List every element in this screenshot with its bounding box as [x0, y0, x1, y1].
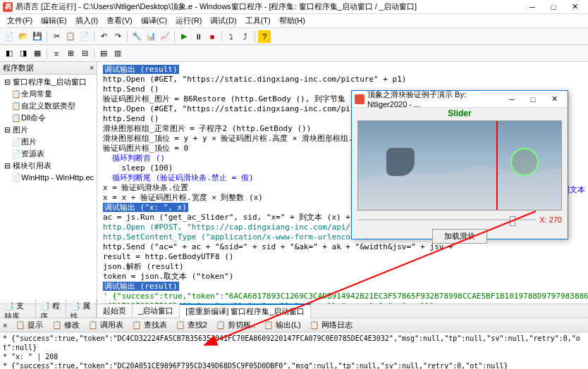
tree-icon: ⊟	[3, 125, 11, 135]
slider-handle[interactable]	[510, 216, 515, 226]
output-panel: × 📋 提示📋 修改📋 调用表📋 查找表📋 查找2📋 剪切板..📋 输出(L)📋…	[0, 318, 588, 369]
tree-label: 图片	[21, 137, 37, 147]
help-icon[interactable]: ?	[258, 30, 271, 43]
editor-tab[interactable]: _启动窗口	[133, 304, 180, 318]
code-line: '0D1712733BF513D48","msg":null,"tp":null…	[103, 301, 588, 304]
maximize-button[interactable]: □	[543, 1, 564, 13]
output-toolbar-button[interactable]: 📋 查找表	[129, 319, 170, 331]
copy-icon[interactable]: 📋	[64, 30, 77, 43]
undo-icon[interactable]: ↶	[97, 30, 110, 43]
tree-item[interactable]: 📋全局常量	[1, 88, 95, 100]
tool-icon[interactable]: ▤	[97, 47, 110, 60]
tree-icon: 📋	[11, 113, 20, 123]
minimize-button[interactable]: ─	[522, 1, 543, 13]
close-button[interactable]: ✕	[564, 1, 585, 13]
tree-label: Dll命令	[21, 113, 46, 123]
puzzle-piece	[386, 148, 415, 176]
tool-icon[interactable]: 🔧	[130, 30, 143, 43]
tree-icon: 📄	[11, 149, 20, 158]
tree-label: 模块引用表	[13, 161, 51, 171]
redo-icon[interactable]: ↷	[111, 30, 124, 43]
tool-icon[interactable]: ⊞	[64, 47, 77, 60]
tool-icon[interactable]: ◨	[17, 47, 30, 60]
left-panel: 程序数据 × ⊟窗口程序集_启动窗口📋全局常量📋自定义数据类型📋Dll命令⊟图片…	[0, 62, 97, 318]
output-toolbar-button[interactable]: 📋 调用表	[85, 319, 126, 331]
code-line: ' {"success":true,"token":"6ACA6817893C1…	[103, 292, 588, 301]
output-toolbar-button[interactable]: 📋 提示	[13, 319, 46, 331]
cut-icon[interactable]: ✂	[50, 30, 63, 43]
toolbar-1: 📄 📂 💾 ✂ 📋 📄 ↶ ↷ 🔧 📊 📈 ▶ ⏸ ■ ⤵ ⤴ ?	[0, 28, 588, 45]
tree-item[interactable]: ⊟图片	[1, 124, 95, 136]
tree-icon: ⊟	[3, 161, 11, 170]
new-icon[interactable]: 📄	[3, 30, 16, 43]
paste-icon[interactable]: 📄	[78, 30, 91, 43]
open-icon[interactable]: 📂	[17, 30, 30, 43]
menu-item[interactable]: 调试(D)	[206, 14, 240, 27]
menu-item[interactable]: 帮助(H)	[275, 14, 310, 27]
load-slider-button[interactable]: 加载滑块	[432, 229, 487, 244]
tree-item[interactable]: ⊟模块引用表	[1, 160, 95, 172]
menu-item[interactable]: 编辑(E)	[37, 14, 71, 27]
window-title: 易语言 [正在运行] - C:\Users\Ntliger\Desktop\顶象…	[16, 1, 522, 12]
slider-track: X: 270	[357, 215, 562, 225]
slider-window: 顶象之滑块验证例子演示 By: Ntliger2020 - ... ─ □ ✕ …	[351, 90, 568, 239]
output-toolbar-button[interactable]: 📋 剪切板..	[213, 319, 258, 331]
tree-icon: 📋	[11, 89, 20, 99]
slider-app-icon	[355, 94, 365, 104]
captcha-image	[357, 120, 562, 211]
slider-maximize-button[interactable]: □	[522, 93, 544, 106]
output-toolbar-button[interactable]: 📋 查找2	[173, 319, 210, 331]
panel-close-icon[interactable]: ×	[90, 64, 94, 72]
menu-item[interactable]: 运行(R)	[171, 14, 206, 27]
menu-item[interactable]: 查看(V)	[102, 14, 137, 27]
tree-icon: 📋	[11, 101, 20, 111]
title-bar: 易 易语言 [正在运行] - C:\Users\Ntliger\Desktop\…	[0, 0, 588, 14]
code-line: token = json.取文本 ("token")	[103, 272, 588, 282]
tree-icon: 📄	[11, 137, 20, 146]
slider-minimize-button[interactable]: ─	[501, 93, 522, 106]
output-close-icon[interactable]: ×	[3, 321, 7, 330]
left-tabs: 📑 支持库📑 程序📑 属性	[0, 304, 97, 318]
editor-tab[interactable]: 起始页	[97, 304, 133, 318]
menu-item[interactable]: 编译(C)	[137, 14, 171, 27]
step-icon[interactable]: ⤵	[225, 30, 238, 43]
tree-item[interactable]: 📄WinHttp - WinHttp.ec	[1, 172, 95, 182]
tree-item[interactable]: 📋自定义数据类型	[1, 100, 95, 112]
coord-text: X: 270	[539, 215, 562, 224]
output-toolbar-button[interactable]: 📋 输出(L)	[261, 319, 304, 331]
tree-label: 资源表	[21, 149, 44, 159]
output-toolbar-button[interactable]: 📋 网络日志	[307, 319, 355, 331]
tree-icon: 📄	[11, 173, 20, 182]
slider-close-button[interactable]: ✕	[544, 93, 565, 106]
save-icon[interactable]: 💾	[31, 30, 44, 43]
menu-item[interactable]: 文件(F)	[3, 14, 37, 27]
output-line: * "x: " | 208	[3, 352, 585, 361]
menu-item[interactable]: 插入(I)	[71, 14, 102, 27]
tool-icon[interactable]: ▥	[111, 47, 124, 60]
project-tree[interactable]: ⊟窗口程序集_启动窗口📋全局常量📋自定义数据类型📋Dll命令⊟图片📄图片📄资源表…	[0, 75, 97, 304]
tree-item[interactable]: 📋Dll命令	[1, 112, 95, 124]
tool-icon[interactable]: ≡	[50, 47, 63, 60]
tree-label: 图片	[13, 125, 28, 135]
tool-icon[interactable]: ▦	[31, 47, 44, 60]
vertical-marker-line	[496, 121, 498, 210]
tree-icon: ⊟	[3, 77, 11, 87]
editor-tab[interactable]: [需重新编译] 窗口程序集_启动窗口	[180, 304, 311, 318]
step-icon[interactable]: ⤴	[239, 30, 252, 43]
tree-item[interactable]: 📄资源表	[1, 148, 95, 160]
menu-item[interactable]: 工具(T)	[241, 14, 275, 27]
output-text[interactable]: * {"success":true,"token":"DC4CD32224FA5…	[0, 332, 588, 369]
tree-item[interactable]: 📄图片	[1, 136, 95, 148]
tool-icon[interactable]: ⊟	[78, 47, 91, 60]
output-toolbar-button[interactable]: 📋 修改	[49, 319, 82, 331]
editor-tabs: 起始页_启动窗口[需重新编译] 窗口程序集_启动窗口	[97, 304, 588, 318]
pause-icon[interactable]: ⏸	[192, 30, 204, 43]
slider-title-bar[interactable]: 顶象之滑块验证例子演示 By: Ntliger2020 - ... ─ □ ✕	[352, 91, 568, 108]
tool-icon[interactable]: 📈	[159, 30, 171, 43]
tool-icon[interactable]: 📊	[145, 30, 157, 43]
code-line: json.解析 (result)	[103, 262, 588, 272]
run-icon[interactable]: ▶	[178, 30, 190, 43]
tree-item[interactable]: ⊟窗口程序集_启动窗口	[1, 76, 95, 88]
stop-icon[interactable]: ■	[206, 30, 219, 43]
tool-icon[interactable]: ◧	[3, 47, 16, 60]
